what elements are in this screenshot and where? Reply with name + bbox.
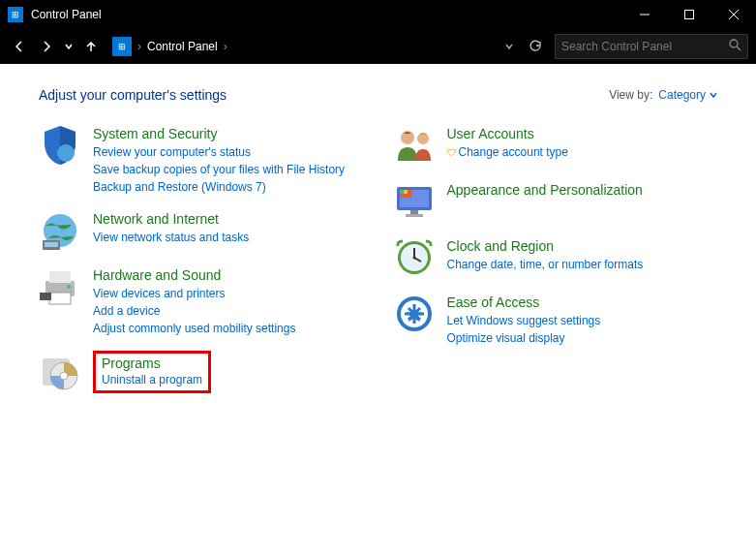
- up-button[interactable]: [79, 35, 103, 58]
- svg-rect-25: [400, 190, 404, 194]
- ease-link-suggest[interactable]: Let Windows suggest settings: [447, 312, 718, 329]
- viewby-dropdown[interactable]: Category: [658, 88, 717, 102]
- breadcrumb[interactable]: › Control Panel ›: [137, 40, 499, 53]
- globe-icon: [39, 209, 81, 252]
- disc-icon: [39, 351, 81, 393]
- svg-rect-12: [49, 293, 71, 304]
- category-clock: Clock and Region Change date, time, or n…: [393, 236, 718, 279]
- ease-link-visual[interactable]: Optimize visual display: [447, 329, 718, 347]
- title-bar: ⊞ Control Panel: [0, 0, 756, 29]
- svg-rect-14: [40, 293, 51, 300]
- clock-link-formats[interactable]: Change date, time, or number formats: [447, 256, 718, 273]
- printer-icon: [39, 265, 81, 308]
- users-link-account-type[interactable]: Change account type: [447, 143, 718, 161]
- breadcrumb-item[interactable]: Control Panel: [147, 40, 218, 53]
- left-column: System and Security Review your computer…: [39, 124, 364, 407]
- search-input[interactable]: [561, 40, 729, 53]
- system-title[interactable]: System and Security: [93, 126, 364, 141]
- svg-point-6: [57, 144, 75, 162]
- clock-icon: [393, 236, 436, 279]
- svg-rect-26: [404, 190, 408, 194]
- chevron-right-icon: ›: [224, 40, 227, 53]
- appearance-title[interactable]: Appearance and Personalization: [447, 182, 718, 198]
- category-users: User Accounts Change account type: [393, 124, 718, 167]
- shield-icon: [39, 124, 81, 167]
- category-network: Network and Internet View network status…: [39, 209, 364, 252]
- svg-point-13: [67, 285, 71, 289]
- category-appearance: Appearance and Personalization: [393, 180, 718, 223]
- hardware-title[interactable]: Hardware and Sound: [93, 267, 364, 283]
- chevron-down-icon: [710, 91, 717, 99]
- refresh-button[interactable]: [526, 37, 545, 56]
- svg-rect-9: [45, 242, 58, 247]
- address-icon: ⊞: [112, 37, 132, 56]
- hardware-link-devices[interactable]: View devices and printers: [93, 285, 364, 302]
- highlight-annotation: Programs Uninstall a program: [93, 351, 211, 393]
- search-icon: [729, 39, 741, 54]
- minimize-button[interactable]: [622, 0, 667, 29]
- svg-point-31: [412, 257, 415, 260]
- system-link-status[interactable]: Review your computer's status: [93, 143, 364, 161]
- svg-rect-23: [406, 214, 423, 217]
- ease-icon: [393, 293, 436, 335]
- programs-title[interactable]: Programs: [102, 356, 202, 371]
- category-system: System and Security Review your computer…: [39, 124, 364, 196]
- category-hardware: Hardware and Sound View devices and prin…: [39, 265, 364, 337]
- search-box[interactable]: [555, 34, 748, 59]
- close-button[interactable]: [711, 0, 756, 29]
- users-title[interactable]: User Accounts: [447, 126, 718, 141]
- monitor-icon: [393, 180, 436, 223]
- svg-point-4: [730, 40, 738, 47]
- forward-button[interactable]: [35, 35, 58, 58]
- svg-rect-1: [685, 11, 694, 19]
- chevron-right-icon: ›: [137, 40, 141, 53]
- system-link-filehistory[interactable]: Save backup copies of your files with Fi…: [93, 161, 364, 178]
- system-link-backup[interactable]: Backup and Restore (Windows 7): [93, 178, 364, 196]
- programs-link-uninstall[interactable]: Uninstall a program: [102, 371, 202, 388]
- control-panel-icon: ⊞: [8, 7, 23, 22]
- viewby-label: View by:: [609, 88, 652, 102]
- recent-dropdown[interactable]: [62, 35, 76, 58]
- hardware-link-mobility[interactable]: Adjust commonly used mobility settings: [93, 320, 364, 337]
- navigation-bar: ⊞ › Control Panel ›: [0, 29, 756, 64]
- svg-line-5: [737, 46, 741, 50]
- hardware-link-add[interactable]: Add a device: [93, 302, 364, 320]
- right-column: User Accounts Change account type Appear…: [393, 124, 718, 407]
- window-title: Control Panel: [31, 8, 622, 21]
- network-link-status[interactable]: View network status and tasks: [93, 229, 364, 246]
- network-title[interactable]: Network and Internet: [93, 211, 364, 227]
- category-programs: Programs Uninstall a program: [39, 351, 364, 393]
- content-area: Adjust your computer's settings View by:…: [0, 64, 756, 557]
- maximize-button[interactable]: [667, 0, 711, 29]
- svg-rect-22: [410, 210, 418, 214]
- ease-title[interactable]: Ease of Access: [447, 294, 718, 310]
- address-dropdown[interactable]: [502, 35, 516, 58]
- category-ease: Ease of Access Let Windows suggest setti…: [393, 293, 718, 347]
- svg-rect-11: [49, 271, 71, 283]
- users-icon: [393, 124, 436, 167]
- viewby-value: Category: [658, 88, 706, 102]
- clock-title[interactable]: Clock and Region: [447, 238, 718, 254]
- back-button[interactable]: [8, 35, 31, 58]
- page-title: Adjust your computer's settings: [39, 87, 609, 103]
- svg-point-17: [60, 372, 68, 380]
